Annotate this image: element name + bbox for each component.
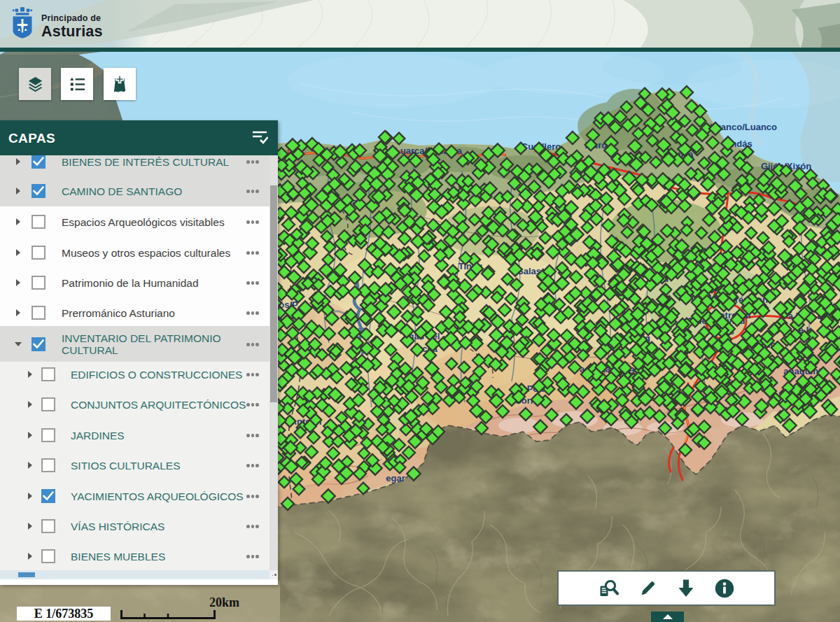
svg-text:egar: egar (386, 473, 405, 483)
